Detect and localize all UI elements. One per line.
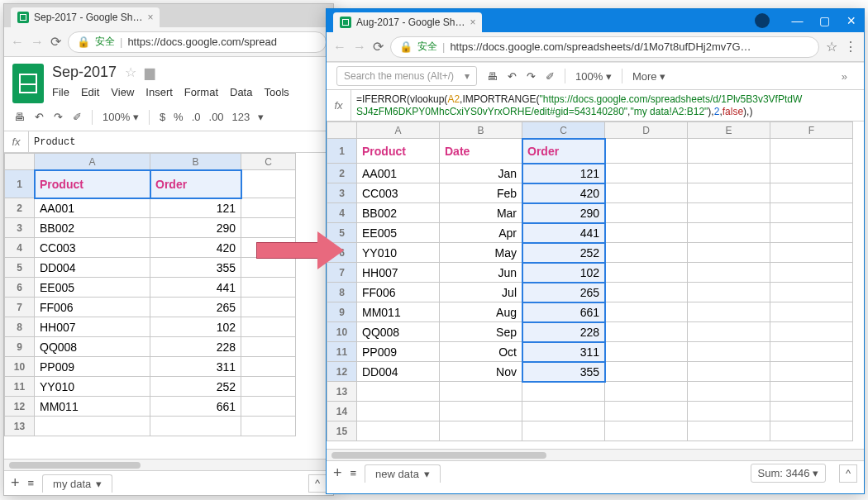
cell-B7[interactable]: Jun (440, 263, 522, 283)
cell-C9[interactable] (241, 337, 296, 357)
formula-input[interactable]: Product (29, 136, 80, 148)
doc-title[interactable]: Sep-2017 (52, 64, 117, 81)
cell-B6[interactable]: May (440, 243, 522, 263)
cell-A10[interactable]: PP009 (35, 357, 150, 377)
cell-B7[interactable]: 265 (150, 298, 241, 317)
cell-A6[interactable]: EE005 (35, 278, 150, 298)
row-header-9[interactable]: 9 (327, 302, 357, 322)
col-header-C[interactable]: C (241, 154, 296, 170)
cell-A12[interactable]: MM011 (35, 397, 150, 417)
fmt-$[interactable]: $ (160, 111, 165, 123)
forward-button[interactable]: → (353, 40, 366, 55)
row-header-13[interactable]: 13 (327, 382, 357, 402)
row-header-11[interactable]: 11 (5, 377, 35, 397)
row-header-11[interactable]: 11 (327, 342, 357, 362)
cell-A3[interactable]: CC003 (357, 183, 440, 203)
cell-A9[interactable]: QQ008 (35, 337, 150, 357)
fmt-more-icon[interactable]: ▾ (258, 111, 264, 123)
cell-A9[interactable]: MM011 (357, 302, 440, 322)
quicksum[interactable]: Sum: 3446 ▾ (751, 464, 827, 483)
bookmark-star-icon[interactable]: ☆ (826, 39, 837, 55)
menu-insert[interactable]: Insert (145, 86, 173, 98)
sheet-tab[interactable]: new data ▾ (365, 464, 441, 483)
cell-B5[interactable]: 355 (150, 258, 241, 278)
browser-tab[interactable]: Sep-2017 - Google Sh… × (11, 7, 160, 27)
row-header-12[interactable]: 12 (5, 397, 35, 417)
browser-menu-icon[interactable]: ⋮ (844, 39, 857, 55)
cell-C11[interactable]: 311 (522, 342, 605, 362)
fmt-.0[interactable]: .0 (192, 111, 201, 123)
cell-A11[interactable]: YY010 (35, 377, 150, 397)
col-header-A[interactable]: A (35, 154, 150, 170)
cell-B12[interactable]: Nov (440, 362, 522, 382)
row-header-4[interactable]: 4 (5, 238, 35, 258)
row-header-5[interactable]: 5 (5, 258, 35, 278)
cell-A7[interactable]: FF006 (35, 298, 150, 317)
cell-A5[interactable]: EE005 (357, 223, 440, 243)
cell-A8[interactable]: HH007 (35, 317, 150, 337)
col-header-B[interactable]: B (150, 154, 241, 170)
zoom-select[interactable]: 100% ▾ (103, 111, 139, 123)
url-input[interactable]: 🔒 安全 | https://docs.google.com/spreadshe… (390, 36, 819, 58)
cell-B4[interactable]: 420 (150, 238, 241, 258)
sheets-app-icon[interactable] (12, 64, 44, 103)
cell-B10[interactable]: 311 (150, 357, 241, 377)
col-header-F[interactable]: F (770, 122, 853, 139)
minimize-button[interactable]: — (791, 14, 803, 27)
cell-C10[interactable]: 228 (522, 322, 605, 342)
menu-view[interactable]: View (111, 86, 134, 98)
row-header-3[interactable]: 3 (5, 218, 35, 238)
cell-A10[interactable]: QQ008 (357, 322, 440, 342)
cell-A3[interactable]: BB002 (35, 218, 150, 238)
menu-search-input[interactable]: Search the menus (Alt+/) (336, 66, 477, 86)
url-input[interactable]: 🔒 安全 | https://docs.google.com/spread (68, 31, 327, 53)
formula-input[interactable]: =IFERROR(vlookup(A2,IMPORTRANGE("https:/… (351, 91, 807, 121)
explore-button[interactable]: ^ (839, 464, 857, 483)
menu-file[interactable]: File (52, 86, 69, 98)
cell-A4[interactable]: CC003 (35, 238, 150, 258)
cell-C6[interactable]: 252 (522, 243, 605, 263)
all-sheets-button[interactable]: ≡ (351, 467, 357, 479)
cell-C8[interactable] (241, 317, 296, 337)
row-header-9[interactable]: 9 (5, 337, 35, 357)
cell-C7[interactable]: 102 (522, 263, 605, 283)
all-sheets-button[interactable]: ≡ (28, 477, 35, 489)
cell-A4[interactable]: BB002 (357, 203, 440, 223)
cell-A5[interactable]: DD004 (35, 258, 150, 278)
cell-C1[interactable] (241, 170, 296, 198)
cell-B8[interactable]: Jul (440, 283, 522, 302)
cell-A11[interactable]: PP009 (357, 342, 440, 362)
add-sheet-button[interactable]: + (11, 474, 20, 492)
row-header-7[interactable]: 7 (327, 263, 357, 283)
cell-A6[interactable]: YY010 (357, 243, 440, 263)
cell-B9[interactable]: 228 (150, 337, 241, 357)
cell-B2[interactable]: 121 (150, 198, 241, 218)
cell-B2[interactable]: Jan (440, 164, 522, 183)
cell-C3[interactable] (241, 218, 296, 238)
menu-data[interactable]: Data (230, 86, 252, 98)
row-header-10[interactable]: 10 (5, 357, 35, 377)
row-header-15[interactable]: 15 (327, 421, 357, 441)
redo-icon[interactable]: ↷ (54, 111, 63, 123)
cell-C8[interactable]: 265 (522, 283, 605, 302)
cell-A2[interactable]: AA001 (35, 198, 150, 218)
profile-avatar-icon[interactable] (755, 13, 770, 28)
reload-button[interactable]: ⟳ (50, 34, 61, 50)
col-header-E[interactable]: E (688, 122, 770, 139)
maximize-button[interactable]: ▢ (819, 14, 830, 27)
fmt-.00[interactable]: .00 (209, 111, 224, 123)
cell-B1[interactable]: Order (150, 170, 241, 198)
cell-B8[interactable]: 102 (150, 317, 241, 337)
cell-B3[interactable]: Feb (440, 183, 522, 203)
undo-icon[interactable]: ↶ (35, 111, 44, 123)
close-tab-icon[interactable]: × (470, 17, 475, 28)
cell-C5[interactable]: 441 (522, 223, 605, 243)
print-icon[interactable]: 🖶 (14, 111, 25, 123)
cell-C1[interactable]: Order (522, 139, 605, 164)
cell-B9[interactable]: Aug (440, 302, 522, 322)
browser-tab[interactable]: Aug-2017 - Google Sh… × (333, 12, 482, 32)
col-header-A[interactable]: A (357, 122, 440, 139)
undo-icon[interactable]: ↶ (508, 70, 517, 83)
menu-tools[interactable]: Tools (264, 86, 289, 98)
horizontal-scrollbar[interactable] (4, 459, 333, 470)
